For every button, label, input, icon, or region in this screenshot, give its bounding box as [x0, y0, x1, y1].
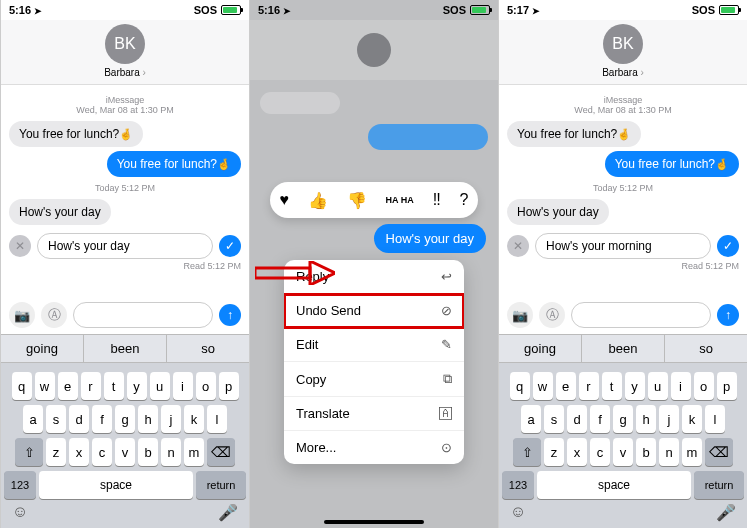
delete-key[interactable]: ⌫ — [207, 438, 235, 466]
incoming-message-2[interactable]: How's your day — [507, 199, 609, 225]
key-d[interactable]: d — [567, 405, 587, 433]
key-y[interactable]: y — [625, 372, 645, 400]
key-w[interactable]: w — [35, 372, 55, 400]
key-s[interactable]: s — [544, 405, 564, 433]
menu-translate[interactable]: Translate🄰 — [284, 397, 464, 431]
outgoing-message[interactable]: You free for lunch?🤞 — [107, 151, 241, 177]
key-o[interactable]: o — [196, 372, 216, 400]
cancel-edit-button[interactable]: ✕ — [507, 235, 529, 257]
key-h[interactable]: h — [138, 405, 158, 433]
menu-undo-send[interactable]: Undo Send⊘ — [284, 294, 464, 328]
key-h[interactable]: h — [636, 405, 656, 433]
contact-avatar[interactable]: BK — [603, 24, 643, 64]
menu-edit[interactable]: Edit✎ — [284, 328, 464, 362]
message-input[interactable] — [73, 302, 213, 328]
tapback-thumbsdown[interactable]: 👎 — [347, 191, 367, 210]
key-q[interactable]: q — [510, 372, 530, 400]
space-key[interactable]: space — [39, 471, 193, 499]
camera-icon[interactable]: 📷 — [507, 302, 533, 328]
key-n[interactable]: n — [161, 438, 181, 466]
key-x[interactable]: x — [69, 438, 89, 466]
shift-key[interactable]: ⇧ — [513, 438, 541, 466]
key-e[interactable]: e — [58, 372, 78, 400]
conversation[interactable]: iMessageWed, Mar 08 at 1:30 PM You free … — [499, 85, 747, 296]
menu-more[interactable]: More...⊙ — [284, 431, 464, 464]
message-input[interactable] — [571, 302, 711, 328]
edit-input[interactable]: How's your day — [37, 233, 213, 259]
send-button[interactable]: ↑ — [219, 304, 241, 326]
key-i[interactable]: i — [671, 372, 691, 400]
key-b[interactable]: b — [138, 438, 158, 466]
menu-reply[interactable]: Reply↩ — [284, 260, 464, 294]
numbers-key[interactable]: 123 — [502, 471, 534, 499]
outgoing-message[interactable]: You free for lunch?🤞 — [605, 151, 739, 177]
key-t[interactable]: t — [602, 372, 622, 400]
key-x[interactable]: x — [567, 438, 587, 466]
edit-input[interactable]: How's your morning — [535, 233, 711, 259]
suggestion[interactable]: going — [499, 335, 582, 362]
key-w[interactable]: w — [533, 372, 553, 400]
camera-icon[interactable]: 📷 — [9, 302, 35, 328]
mic-key[interactable]: 🎤 — [218, 503, 238, 522]
key-f[interactable]: f — [590, 405, 610, 433]
key-k[interactable]: k — [682, 405, 702, 433]
incoming-message[interactable]: You free for lunch?🤞 — [507, 121, 641, 147]
tapback-haha[interactable]: HA HA — [386, 195, 414, 205]
key-b[interactable]: b — [636, 438, 656, 466]
return-key[interactable]: return — [196, 471, 246, 499]
return-key[interactable]: return — [694, 471, 744, 499]
key-g[interactable]: g — [613, 405, 633, 433]
tapback-exclaim[interactable]: ‼ — [433, 191, 441, 209]
suggestion[interactable]: been — [84, 335, 167, 362]
chat-header[interactable]: BK Barbara — [499, 20, 747, 85]
key-o[interactable]: o — [694, 372, 714, 400]
cancel-edit-button[interactable]: ✕ — [9, 235, 31, 257]
send-button[interactable]: ↑ — [717, 304, 739, 326]
tapback-heart[interactable]: ♥ — [279, 191, 289, 209]
key-v[interactable]: v — [613, 438, 633, 466]
space-key[interactable]: space — [537, 471, 691, 499]
suggestion[interactable]: so — [665, 335, 747, 362]
tapback-question[interactable]: ? — [460, 191, 469, 209]
key-g[interactable]: g — [115, 405, 135, 433]
key-a[interactable]: a — [23, 405, 43, 433]
key-f[interactable]: f — [92, 405, 112, 433]
confirm-edit-button[interactable]: ✓ — [717, 235, 739, 257]
key-p[interactable]: p — [219, 372, 239, 400]
key-c[interactable]: c — [590, 438, 610, 466]
conversation[interactable]: iMessageWed, Mar 08 at 1:30 PM You free … — [1, 85, 249, 296]
contact-name[interactable]: Barbara — [602, 67, 644, 78]
key-z[interactable]: z — [46, 438, 66, 466]
confirm-edit-button[interactable]: ✓ — [219, 235, 241, 257]
contact-avatar[interactable]: BK — [105, 24, 145, 64]
key-y[interactable]: y — [127, 372, 147, 400]
key-e[interactable]: e — [556, 372, 576, 400]
key-v[interactable]: v — [115, 438, 135, 466]
shift-key[interactable]: ⇧ — [15, 438, 43, 466]
mic-key[interactable]: 🎤 — [716, 503, 736, 522]
key-r[interactable]: r — [81, 372, 101, 400]
key-t[interactable]: t — [104, 372, 124, 400]
key-q[interactable]: q — [12, 372, 32, 400]
key-a[interactable]: a — [521, 405, 541, 433]
key-m[interactable]: m — [682, 438, 702, 466]
appstore-icon[interactable]: Ⓐ — [539, 302, 565, 328]
suggestion[interactable]: been — [582, 335, 665, 362]
contact-name[interactable]: Barbara — [104, 67, 146, 78]
suggestion[interactable]: so — [167, 335, 249, 362]
key-i[interactable]: i — [173, 372, 193, 400]
key-j[interactable]: j — [161, 405, 181, 433]
incoming-message[interactable]: You free for lunch?🤞 — [9, 121, 143, 147]
key-u[interactable]: u — [648, 372, 668, 400]
numbers-key[interactable]: 123 — [4, 471, 36, 499]
home-indicator[interactable] — [324, 520, 424, 524]
key-p[interactable]: p — [717, 372, 737, 400]
focused-message[interactable]: How's your day — [374, 224, 486, 253]
menu-copy[interactable]: Copy⧉ — [284, 362, 464, 397]
emoji-key[interactable]: ☺ — [510, 503, 526, 522]
key-l[interactable]: l — [705, 405, 725, 433]
key-j[interactable]: j — [659, 405, 679, 433]
key-c[interactable]: c — [92, 438, 112, 466]
tapback-thumbsup[interactable]: 👍 — [308, 191, 328, 210]
suggestion[interactable]: going — [1, 335, 84, 362]
